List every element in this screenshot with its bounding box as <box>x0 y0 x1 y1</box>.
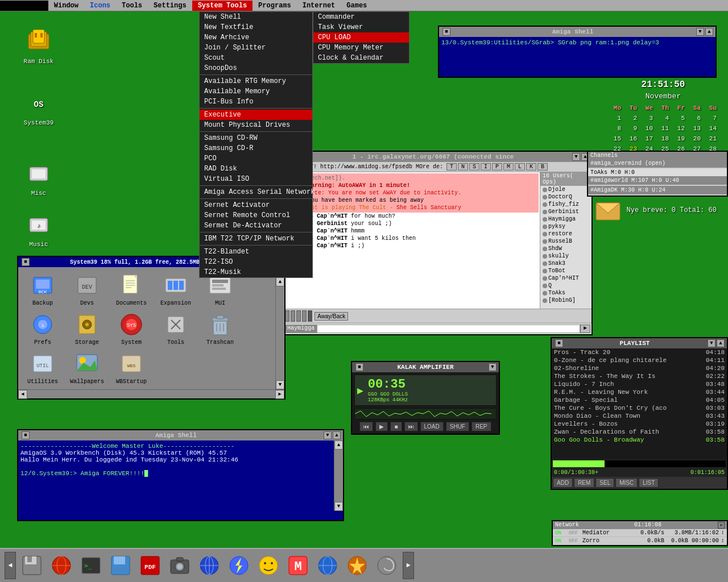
drawer-scroll-right[interactable]: ► <box>275 390 284 399</box>
drawer-icon-storage[interactable]: Storage <box>67 311 107 346</box>
kalak-stop[interactable]: ■ <box>390 422 402 431</box>
irc-user-tobot[interactable]: ToBot <box>540 267 592 275</box>
taskbar-icon-smiley[interactable] <box>255 552 282 579</box>
taskbar-icon-globe-red[interactable] <box>48 552 75 579</box>
pl-item-9[interactable]: Levellers - Bozos03:19 <box>552 420 727 428</box>
drawer-scroll-left[interactable]: ◄ <box>18 390 27 399</box>
drawer-icon-documents[interactable]: Documents <box>111 272 151 306</box>
irc-btn-l[interactable]: L <box>515 163 525 171</box>
pl-item-8[interactable]: Mondo Diao - Clean Town03:43 <box>552 412 727 420</box>
drawer-icon-wbstartup[interactable]: WBS WBStartup <box>111 350 151 385</box>
taskbar-icon-disk-blue[interactable] <box>107 552 134 579</box>
nm-arrow-mediator[interactable]: ↕ <box>721 530 725 536</box>
st-sernet-remote[interactable]: Sernet Remote Control <box>200 210 312 221</box>
taskbar-scroll-left[interactable]: ◄ <box>5 552 16 579</box>
irc-btn-p[interactable]: P <box>492 163 502 171</box>
st-rad-disk[interactable]: RAD Disk <box>200 164 312 174</box>
taskbar-icon-network[interactable] <box>196 552 223 579</box>
st-samsung-cdr[interactable]: Samsung CD-R <box>200 143 312 153</box>
menu-workbench[interactable]: Workbench <box>0 1 48 11</box>
irc-btn-s[interactable]: S <box>469 163 479 171</box>
taskbar-icon-floppy[interactable] <box>18 552 46 579</box>
amiga-shell-bottom-scroll-thumb[interactable] <box>334 450 343 502</box>
pl-item-6[interactable]: Garbage - Special04:05 <box>552 396 727 404</box>
net-monitor-close[interactable]: × <box>718 522 725 529</box>
drawer-scroll-thumb[interactable] <box>276 286 284 380</box>
st-scout[interactable]: Scout <box>200 53 312 63</box>
pl-list-btn[interactable]: LIST <box>639 478 659 488</box>
irc-user-snak3[interactable]: Snak3 <box>540 260 592 267</box>
pl-item-10[interactable]: Zwan - Declarations of Faith03:58 <box>552 428 727 436</box>
sub-cpu-memory[interactable]: CPU Memory Meter <box>313 43 409 53</box>
taskbar-icon-swirl[interactable] <box>373 552 400 579</box>
drawer-icon-expansion[interactable]: Expansion <box>156 272 196 306</box>
kalak-titlebar[interactable]: ■ KALAK AMPLIFIER ▼ <box>352 362 499 372</box>
irc-user-capnhit[interactable]: Cap'n^HIT <box>540 275 592 282</box>
st-join-splitter[interactable]: Join / Splitter <box>200 43 312 53</box>
irc-user-toaks[interactable]: ToAks <box>540 289 592 297</box>
irc-btn-b[interactable]: B <box>537 163 548 171</box>
drawer-hscroll[interactable]: ◄ ► <box>18 389 284 398</box>
sub-cpu-load[interactable]: CPU LOAD <box>313 32 409 43</box>
kalak-load-btn[interactable]: LOAD <box>420 422 444 431</box>
drawer-vscroll[interactable]: ▲ ▼ <box>275 277 284 389</box>
irc-user-russelb[interactable]: RusselB <box>540 238 592 245</box>
st-amiga-access[interactable]: Amiga Access Serial Network <box>200 187 312 197</box>
taskbar-icon-m[interactable]: M <box>284 552 312 579</box>
st-t22-blandet[interactable]: T22-Blandet <box>200 247 312 257</box>
drawer-icon-utilities[interactable]: UTIL Utilities <box>23 350 63 385</box>
irc-min[interactable]: ▼ <box>572 153 580 161</box>
kalak-play[interactable]: ▶ <box>375 422 388 431</box>
menu-tools[interactable]: Tools <box>116 1 148 11</box>
playlist-max[interactable]: ▲ <box>717 339 725 347</box>
drawer-scroll-down[interactable]: ▼ <box>276 380 284 389</box>
kalak-close[interactable]: ■ <box>355 363 363 371</box>
amiga-shell-bottom-scroll-up[interactable]: ▲ <box>334 440 343 450</box>
pl-misc-btn[interactable]: MISC <box>615 478 638 488</box>
st-sernet-act[interactable]: Sernet Activator <box>200 200 312 210</box>
menu-window[interactable]: Window <box>48 1 84 11</box>
st-virtual-iso[interactable]: Virtual ISO <box>200 174 312 184</box>
taskbar-icon-camera[interactable] <box>166 552 193 579</box>
kalak-next[interactable]: ⏭ <box>404 422 418 431</box>
st-new-shell[interactable]: New Shell <box>200 12 312 22</box>
menu-settings[interactable]: Settings <box>148 1 192 11</box>
kalak-min[interactable]: ▼ <box>489 363 497 371</box>
sub-clock[interactable]: Clock & Calendar <box>313 53 409 63</box>
drawer-icon-tools[interactable]: Tools <box>156 311 196 346</box>
pl-item-3[interactable]: The Strokes - The Way It Is02:22 <box>552 372 727 380</box>
irc-user-q[interactable]: Q <box>540 282 592 289</box>
st-pco[interactable]: PCO <box>200 153 312 164</box>
taskbar-icon-star[interactable] <box>344 552 371 579</box>
pl-item-5[interactable]: R.E.M. - Leaving New York03:44 <box>552 388 727 396</box>
net-monitor-titlebar[interactable]: Network 01:16:08 × <box>553 521 727 529</box>
irc-user-pyksy[interactable]: pyksy <box>540 223 592 230</box>
st-pci[interactable]: PCI-Bus Info <box>200 97 312 107</box>
kalak-rep-btn[interactable]: REP <box>471 422 491 431</box>
pl-item-2[interactable]: 02-Shoreline04:20 <box>552 364 727 372</box>
taskbar-icon-terminal[interactable]: >_ <box>77 552 105 579</box>
irc-user-gerbinist[interactable]: Gerbinist <box>540 208 592 215</box>
drawer-icon-trashcan[interactable]: Trashcan <box>200 311 240 346</box>
menu-internet[interactable]: Internet <box>297 1 341 11</box>
st-sermet-de[interactable]: Sermet De-Activator <box>200 221 312 231</box>
irc-send-btn[interactable]: ► <box>580 325 590 333</box>
kalak-shuf-btn[interactable]: SHUF <box>446 422 469 431</box>
playlist-titlebar[interactable]: ■ PLAYLIST ▼ ▲ <box>552 338 727 348</box>
st-new-textfile[interactable]: New Textfile <box>200 22 312 32</box>
sub-commander[interactable]: Commander <box>313 12 409 22</box>
drawer-icon-devs[interactable]: DEV Devs <box>67 272 107 306</box>
irc-user-fishyfiz[interactable]: fishy_fiz <box>540 201 592 208</box>
st-snoopdos[interactable]: SnoopDos <box>200 63 312 73</box>
irc-channel-amigadk[interactable]: #AmigaDK M:30 H:0 U:24 <box>588 186 727 194</box>
pl-sel-btn[interactable]: SEL <box>595 478 614 488</box>
irc-user-doctorq[interactable]: DoctorQ <box>540 193 592 201</box>
pl-add-btn[interactable]: ADD <box>553 478 573 488</box>
amiga-shell-bottom-max[interactable]: ▲ <box>333 431 341 439</box>
playlist-min[interactable]: ▼ <box>708 339 715 347</box>
st-executive[interactable]: Executive <box>200 110 312 120</box>
desktop-icon-misc[interactable]: Misc <box>16 160 61 197</box>
irc-chat-input[interactable] <box>317 325 580 333</box>
amiga-shell-bottom-scroll-down[interactable]: ▼ <box>334 502 343 511</box>
st-t22-iso[interactable]: T22-ISO <box>200 257 312 267</box>
